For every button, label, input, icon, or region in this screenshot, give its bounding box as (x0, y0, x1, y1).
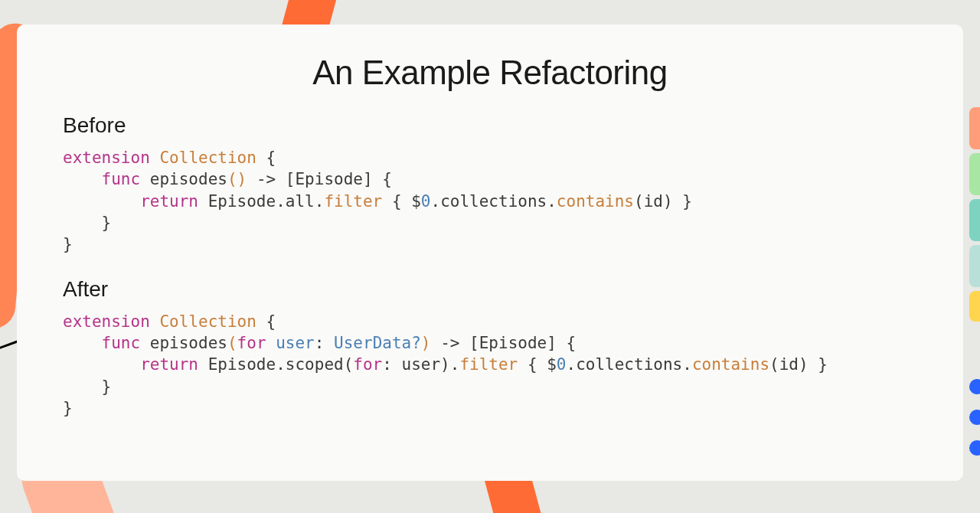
code-text: .collections. (430, 192, 556, 211)
after-code-block: extension Collection { func episodes(for… (63, 311, 917, 420)
indent (63, 192, 140, 211)
after-heading: After (63, 277, 917, 302)
func-name: episodes (140, 334, 227, 352)
edge-tab-orange (969, 107, 980, 149)
indent (63, 355, 140, 374)
method-filter: filter (459, 355, 518, 374)
keyword-for: for (237, 334, 266, 352)
code-text: { $ (382, 192, 421, 211)
brace: { (256, 149, 276, 167)
number-zero: 0 (421, 192, 431, 211)
code-text: (id) } (769, 355, 828, 374)
method-contains: contains (692, 355, 769, 374)
brace: { (256, 312, 276, 331)
decorative-line (0, 340, 18, 351)
number-zero: 0 (557, 355, 567, 374)
keyword-extension: extension (63, 149, 150, 167)
code-text: : user). (382, 355, 459, 374)
decorative-blue-dot (969, 379, 980, 394)
keyword-extension: extension (63, 312, 150, 331)
param-name: user (266, 334, 315, 352)
method-contains: contains (557, 192, 634, 211)
arrow-return: -> [Episode] { (431, 334, 577, 352)
param-type: UserData? (334, 334, 421, 352)
indent (63, 170, 102, 188)
code-text: .collections. (567, 355, 692, 374)
edge-tab-green (969, 153, 980, 195)
type-name: Collection (159, 312, 256, 331)
keyword-func: func (102, 170, 141, 188)
slide-title: An Example Refactoring (63, 54, 917, 92)
parens: () (227, 170, 247, 188)
code-text: (id) } (634, 192, 692, 211)
code-text: Episode.all. (198, 192, 324, 211)
before-heading: Before (63, 113, 917, 138)
paren-close: ) (421, 334, 431, 352)
before-code-block: extension Collection { func episodes() -… (63, 147, 917, 256)
code-text: Episode.scoped( (198, 355, 353, 374)
keyword-return: return (140, 355, 198, 374)
type-name: Collection (159, 149, 256, 167)
colon: : (315, 334, 334, 352)
code-text: { $ (518, 355, 557, 374)
decorative-blue-dot (969, 440, 980, 456)
slide-card: An Example Refactoring Before extension … (17, 25, 963, 481)
close-brace: } (63, 377, 111, 396)
method-filter: filter (324, 192, 382, 211)
close-brace: } (63, 235, 73, 253)
keyword-func: func (102, 334, 141, 352)
close-brace: } (63, 214, 111, 232)
edge-tab-light-teal (969, 245, 980, 287)
close-brace: } (63, 399, 73, 417)
keyword-for: for (353, 355, 382, 374)
func-name: episodes (140, 170, 227, 188)
edge-tab-yellow (969, 291, 980, 322)
arrow-return: -> [Episode] { (247, 170, 392, 188)
indent (63, 334, 102, 352)
edge-tab-teal (969, 199, 980, 241)
keyword-return: return (140, 192, 198, 211)
decorative-blue-dot (969, 410, 980, 425)
paren-open: ( (227, 334, 237, 352)
